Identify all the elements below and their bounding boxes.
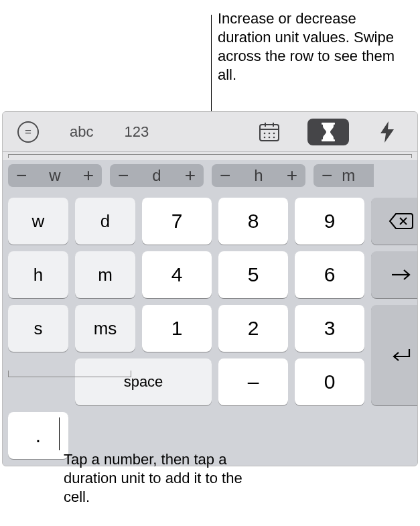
digit-0-key[interactable]: 0 [295, 358, 364, 405]
stepper-days[interactable]: − d + [110, 164, 204, 187]
callout-line [59, 417, 60, 450]
number-mode-button[interactable]: 123 [119, 119, 154, 145]
dash-key[interactable]: – [218, 358, 288, 405]
svg-point-8 [269, 136, 271, 138]
quick-action-button[interactable] [366, 119, 408, 145]
stepper-hours[interactable]: − h + [212, 164, 305, 187]
backspace-icon [389, 212, 414, 230]
space-key[interactable]: space [75, 358, 212, 405]
return-key[interactable] [371, 305, 418, 405]
stepper-row-bracket [3, 152, 417, 160]
text-mode-button[interactable]: abc [64, 119, 98, 145]
unit-days-key[interactable]: d [75, 198, 135, 245]
svg-rect-11 [322, 139, 335, 141]
svg-point-6 [273, 132, 275, 134]
digit-7-key[interactable]: 7 [142, 198, 212, 245]
stepper-unit-label: w [49, 166, 60, 185]
digit-4-key[interactable]: 4 [142, 251, 212, 298]
digit-2-key[interactable]: 2 [218, 305, 288, 352]
keyboard-panel: = abc 123 [2, 111, 418, 466]
digit-1-key[interactable]: 1 [142, 305, 212, 352]
callout-unit-instructions: Tap a number, then tap a duration unit t… [64, 450, 258, 507]
minus-icon[interactable]: − [118, 166, 129, 185]
return-icon [391, 346, 412, 364]
hourglass-icon [321, 123, 336, 141]
plus-icon[interactable]: + [83, 166, 94, 185]
svg-point-9 [273, 136, 275, 138]
unit-weeks-key[interactable]: w [8, 198, 68, 245]
keyboard-mode-toolbar: = abc 123 [3, 112, 417, 152]
unit-keys-bracket [8, 371, 131, 377]
svg-point-7 [264, 136, 266, 138]
plus-icon[interactable]: + [287, 166, 297, 185]
minus-icon[interactable]: − [220, 166, 230, 185]
digit-3-key[interactable]: 3 [295, 305, 364, 352]
digit-6-key[interactable]: 6 [295, 251, 364, 298]
calendar-icon [259, 122, 280, 142]
unit-milliseconds-key[interactable]: ms [75, 305, 135, 352]
digit-8-key[interactable]: 8 [218, 198, 288, 245]
digit-9-key[interactable]: 9 [295, 198, 364, 245]
digit-5-key[interactable]: 5 [218, 251, 288, 298]
unit-hours-key[interactable]: h [8, 251, 68, 298]
datetime-mode-button[interactable] [249, 119, 290, 145]
duration-mode-button[interactable] [307, 119, 349, 145]
backspace-key[interactable] [371, 198, 418, 245]
keypad: w d 7 8 9 h m 4 5 6 s ms 1 2 3 [3, 191, 417, 466]
stepper-unit-label: d [152, 166, 161, 185]
formula-icon: = [17, 121, 39, 143]
plus-icon[interactable]: + [185, 166, 196, 185]
svg-point-5 [269, 132, 271, 134]
next-field-key[interactable] [371, 251, 418, 298]
stepper-unit-label: m [342, 166, 355, 185]
svg-rect-10 [322, 123, 335, 125]
stepper-weeks[interactable]: − w + [8, 164, 102, 187]
bolt-icon [379, 121, 395, 143]
minus-icon[interactable]: − [16, 166, 27, 185]
unit-seconds-key[interactable]: s [8, 305, 68, 352]
duration-stepper-row[interactable]: − w + − d + − h + − m [3, 160, 417, 191]
arrow-right-icon [391, 268, 412, 281]
minus-icon[interactable]: − [322, 166, 332, 185]
empty-cell [8, 358, 68, 405]
formula-mode-button[interactable]: = [12, 119, 44, 145]
callout-stepper-instructions: Increase or decrease duration unit value… [218, 9, 412, 85]
unit-minutes-key[interactable]: m [75, 251, 135, 298]
svg-point-4 [264, 132, 266, 134]
stepper-unit-label: h [254, 166, 263, 185]
stepper-minutes[interactable]: − m [313, 164, 374, 187]
